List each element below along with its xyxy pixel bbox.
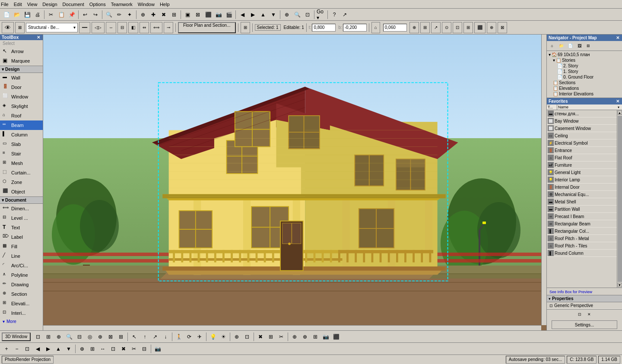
save-button[interactable]: 💾 <box>22 10 32 19</box>
bbot-walk-btn[interactable]: 🚶 <box>174 332 184 342</box>
fav-item-18[interactable]: ⌂Roof Pitch - Tiles <box>547 242 617 250</box>
fav-item-3[interactable]: ▭Ceiling <box>547 132 617 139</box>
bbot-orbit-btn[interactable]: ⟳ <box>184 332 194 342</box>
tool-drawing[interactable]: ✏ Drawing <box>0 280 43 289</box>
zoom2-button[interactable]: 🔍 <box>292 10 302 19</box>
nav3-button[interactable]: ▲ <box>258 10 268 19</box>
copy-button[interactable]: 📋 <box>57 10 66 19</box>
nav-btn-4[interactable]: ⊡ <box>453 22 462 33</box>
nav-home-btn[interactable]: ⌂ <box>548 42 556 50</box>
nav-root[interactable]: ▾ 🏠 69 10х10,5 план <box>548 52 621 57</box>
redo-button[interactable]: ↪ <box>91 10 100 19</box>
fav-item-2[interactable]: ⬜Casement Window <box>547 125 617 132</box>
zoom-fit-btn[interactable]: ⊡ <box>22 344 32 354</box>
fav-item-15[interactable]: ═Rectangular Beam <box>547 220 617 228</box>
tool-label[interactable]: ⌦ Label <box>0 232 43 242</box>
bbot-cut2[interactable]: ⊞ <box>266 332 276 342</box>
b2-8[interactable]: 📷 <box>153 344 162 354</box>
view1-button[interactable]: ▣ <box>183 10 192 19</box>
favorites-scrollbar[interactable]: ▲ ▼ <box>617 110 622 288</box>
b2-6[interactable]: ✂ <box>129 344 139 354</box>
bbot-12[interactable]: ↗ <box>150 332 160 342</box>
menu-document[interactable]: Document <box>63 2 84 7</box>
fav-item-5[interactable]: 🚪Entrance <box>547 147 617 154</box>
zoom-out-btn[interactable]: − <box>12 344 22 354</box>
bbot-r2[interactable]: ⊡ <box>242 332 252 342</box>
coord-b-value[interactable]: -0,200 <box>343 24 367 32</box>
nav1-button[interactable]: ◀ <box>238 10 247 19</box>
fav-item-13[interactable]: ▬Partition Wall <box>547 206 617 213</box>
bbot-light1[interactable]: 💡 <box>208 332 218 342</box>
nav-btn-3[interactable]: ⊙ <box>442 22 451 33</box>
bbot-8[interactable]: ⊠ <box>106 332 115 342</box>
structural-view-icon[interactable]: 👁 <box>2 22 14 33</box>
prop-collapse-btn[interactable]: ▾ <box>549 297 551 301</box>
fav-item-19[interactable]: ▌Round Column <box>547 250 617 257</box>
snap-button[interactable]: ⊞ <box>169 10 179 19</box>
pointer-button[interactable]: ↗ <box>340 10 349 19</box>
bbot-r1[interactable]: ⊕ <box>232 332 241 342</box>
camera-button[interactable]: 📷 <box>214 10 223 19</box>
nav-folder-btn[interactable]: 📁 <box>557 42 565 50</box>
nav4-button[interactable]: ▼ <box>269 10 278 19</box>
scroll-thumb[interactable] <box>618 116 622 282</box>
ref-btn[interactable]: ⊸ <box>164 22 173 33</box>
fav-item-8[interactable]: 💡General Light <box>547 169 617 176</box>
cut-plane-btn[interactable]: ⊟ <box>117 22 127 33</box>
tool-curtain[interactable]: ⬚ Curtain... <box>0 168 43 177</box>
bbot-6[interactable]: ◎ <box>85 332 95 342</box>
tool-dimen[interactable]: ⟺ Dimen... <box>0 204 43 213</box>
tool-zone[interactable]: ⬡ Zone <box>0 177 43 187</box>
tool-wall[interactable]: ▬ Wall <box>0 73 43 82</box>
tool-roof[interactable]: ⌂ Roof <box>0 111 43 120</box>
viewport-hscroll[interactable] <box>43 325 541 330</box>
cut-button[interactable]: ✂ <box>46 10 56 19</box>
line-end-btn[interactable]: ◁▷ <box>92 22 105 33</box>
menu-help[interactable]: Help <box>160 2 170 7</box>
bbot-s4[interactable]: 📷 <box>321 332 330 342</box>
help-icon-button[interactable]: ? <box>330 10 339 19</box>
scale-btn[interactable]: ⇔ <box>140 22 149 33</box>
bbot-4[interactable]: 🔍 <box>64 332 74 342</box>
bbot-fly-btn[interactable]: ✈ <box>195 332 204 342</box>
goto-button[interactable]: Go ▾ <box>316 10 326 19</box>
nav2-button[interactable]: ▶ <box>248 10 257 19</box>
section-btn[interactable]: ◧ <box>128 22 138 33</box>
structural-dropdown[interactable]: Structural - Be... ▾ <box>26 23 78 32</box>
scroll-down-arrow[interactable]: ▼ <box>618 283 622 287</box>
bbot-s1[interactable]: ⊕ <box>290 332 299 342</box>
render-button[interactable]: 🎬 <box>224 10 234 19</box>
tool-skylight[interactable]: ◈ Skylight <box>0 101 43 111</box>
bbot-11[interactable]: ↑ <box>140 332 149 342</box>
bbot-7[interactable]: ⊕ <box>95 332 105 342</box>
floor-plan-button[interactable]: Floor Plan and Section... <box>178 22 236 33</box>
b2-7[interactable]: ⊟ <box>140 344 149 354</box>
view3-button[interactable]: ⬛ <box>203 10 213 19</box>
zoom-in-btn[interactable]: + <box>2 344 11 354</box>
3d-viewport[interactable] <box>43 35 546 330</box>
tool-window[interactable]: ⬜ Window <box>0 92 43 101</box>
tool-door[interactable]: 🚪 Door <box>0 82 43 92</box>
favorites-close[interactable]: ✕ <box>615 99 620 104</box>
bbot-cut1[interactable]: ✖ <box>256 332 265 342</box>
toolbox-close[interactable]: ✕ <box>36 35 41 40</box>
transform-btn[interactable]: ↔ <box>106 22 116 33</box>
tool-mesh[interactable]: ⊞ Mesh <box>0 158 43 168</box>
bbot-s3[interactable]: ⊞ <box>311 332 320 342</box>
new-button[interactable]: 📄 <box>2 10 11 19</box>
paste-button[interactable]: 📌 <box>67 10 76 19</box>
b2-4[interactable]: ⊡ <box>108 344 118 354</box>
nav-btn-2[interactable]: ↗ <box>431 22 441 33</box>
magic-button[interactable]: ✦ <box>125 10 134 19</box>
prop-btn-close[interactable]: ✕ <box>585 310 593 318</box>
see-info-link[interactable]: See Info Box for Preview <box>548 289 594 295</box>
pen-style-btn[interactable]: ━━ <box>79 22 90 33</box>
pan-up-btn[interactable]: ▲ <box>54 344 63 354</box>
pan-down-btn[interactable]: ▼ <box>64 344 73 354</box>
undo-button[interactable]: ↩ <box>80 10 90 19</box>
bbot-s5[interactable]: ⬛ <box>331 332 341 342</box>
fav-item-12[interactable]: ▬Metal Shell <box>547 198 617 206</box>
fav-item-7[interactable]: 🛋Furniture <box>547 161 617 169</box>
home-btn[interactable]: ⌂ <box>371 22 380 33</box>
modify3-button[interactable]: ✖ <box>159 10 168 19</box>
